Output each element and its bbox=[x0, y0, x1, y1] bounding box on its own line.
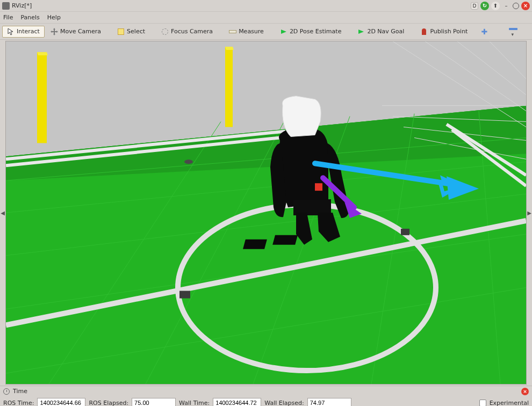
tool-select-label: Select bbox=[127, 28, 145, 35]
rviz-3d-viewport[interactable] bbox=[5, 41, 527, 385]
nav-goal-icon bbox=[357, 28, 365, 35]
interact-icon bbox=[7, 28, 15, 35]
experimental-label: Experimental bbox=[490, 400, 529, 407]
measure-icon bbox=[229, 28, 236, 35]
menu-help[interactable]: Help bbox=[47, 14, 61, 21]
svg-rect-28 bbox=[179, 291, 190, 299]
tool-focus-camera-label: Focus Camera bbox=[171, 28, 213, 35]
svg-rect-31 bbox=[37, 52, 47, 143]
window-title: RViz[*] bbox=[12, 2, 32, 9]
ros-time-label: ROS Time: bbox=[3, 400, 34, 407]
clock-icon bbox=[3, 388, 10, 395]
wall-time-field[interactable] bbox=[213, 398, 261, 406]
wall-time-label: Wall Time: bbox=[179, 400, 210, 407]
svg-marker-32 bbox=[37, 52, 48, 55]
menubar: File Panels Help bbox=[0, 12, 532, 24]
svg-rect-36 bbox=[243, 240, 267, 249]
minimize-icon[interactable]: – bbox=[502, 2, 511, 10]
tool-measure[interactable]: Measure bbox=[224, 26, 269, 38]
tool-measure-label: Measure bbox=[239, 28, 264, 35]
menu-panels[interactable]: Panels bbox=[20, 14, 39, 21]
pose-estimate-icon bbox=[280, 28, 287, 35]
titlebar-d-button[interactable]: D bbox=[471, 2, 478, 10]
tool-publish-point-label: Publish Point bbox=[430, 28, 468, 35]
svg-rect-29 bbox=[401, 229, 409, 235]
publish-point-icon bbox=[420, 28, 428, 35]
wall-elapsed-field[interactable] bbox=[307, 398, 351, 406]
up-icon[interactable]: ⬆ bbox=[491, 2, 500, 10]
ros-elapsed-label: ROS Elapsed: bbox=[89, 400, 128, 407]
tool-interact-label: Interact bbox=[17, 28, 40, 35]
tool-move-camera[interactable]: Move Camera bbox=[46, 26, 106, 38]
tool-interact[interactable]: Interact bbox=[2, 26, 45, 38]
svg-point-30 bbox=[184, 160, 193, 164]
right-panel-handle[interactable]: ▶ bbox=[527, 40, 532, 386]
select-icon bbox=[117, 28, 125, 35]
tool-focus-camera[interactable]: Focus Camera bbox=[156, 26, 218, 38]
tool-move-camera-label: Move Camera bbox=[60, 28, 101, 35]
svg-rect-33 bbox=[225, 47, 233, 127]
time-panel-label: Time bbox=[13, 388, 27, 395]
tool-publish-point[interactable]: Publish Point bbox=[415, 26, 472, 38]
titlebar: RViz[*] D ↻ ⬆ – × bbox=[0, 0, 532, 12]
experimental-checkbox[interactable] bbox=[479, 400, 486, 407]
svg-rect-37 bbox=[272, 235, 298, 245]
tool-select[interactable]: Select bbox=[112, 26, 150, 38]
viewport-row: ◀ bbox=[0, 40, 532, 386]
tool-2d-nav-goal[interactable]: 2D Nav Goal bbox=[353, 26, 409, 38]
tool-2d-pose-estimate[interactable]: 2D Pose Estimate bbox=[275, 26, 347, 38]
wall-elapsed-label: Wall Elapsed: bbox=[264, 400, 304, 407]
left-panel-handle[interactable]: ◀ bbox=[0, 40, 5, 386]
time-panel-header: Time × bbox=[0, 386, 532, 396]
app-icon bbox=[2, 2, 10, 10]
close-icon[interactable]: × bbox=[521, 2, 530, 10]
tool-add[interactable]: ✚ bbox=[479, 26, 490, 37]
tool-2d-nav-goal-label: 2D Nav Goal bbox=[367, 28, 404, 35]
toolbar: Interact Move Camera Select Focus Camera… bbox=[0, 24, 532, 40]
move-camera-icon bbox=[51, 28, 58, 35]
reload-icon[interactable]: ↻ bbox=[480, 2, 489, 10]
menu-file[interactable]: File bbox=[3, 14, 13, 21]
ros-elapsed-field[interactable] bbox=[132, 398, 176, 406]
tool-2d-pose-estimate-label: 2D Pose Estimate bbox=[290, 28, 342, 35]
svg-marker-34 bbox=[225, 47, 234, 50]
time-panel-close-icon[interactable]: × bbox=[521, 388, 529, 395]
svg-rect-38 bbox=[315, 183, 322, 191]
status-bar: ROS Time: ROS Elapsed: Wall Time: Wall E… bbox=[0, 396, 532, 406]
focus-camera-icon bbox=[161, 28, 169, 35]
ros-time-field[interactable] bbox=[37, 398, 85, 406]
maximize-icon[interactable] bbox=[513, 3, 519, 9]
tool-remove[interactable]: ▾ bbox=[508, 26, 519, 37]
